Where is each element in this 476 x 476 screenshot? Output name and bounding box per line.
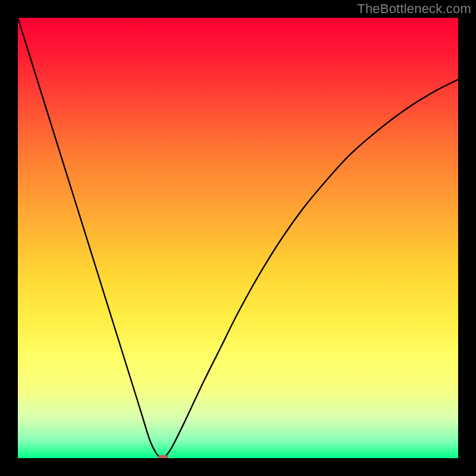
chart-frame: TheBottleneck.com: [0, 0, 476, 476]
minimum-marker: [158, 455, 168, 458]
curve-svg: [18, 18, 458, 458]
bottleneck-curve-path: [18, 18, 458, 458]
watermark-text: TheBottleneck.com: [357, 1, 471, 17]
plot-area: [18, 18, 458, 458]
